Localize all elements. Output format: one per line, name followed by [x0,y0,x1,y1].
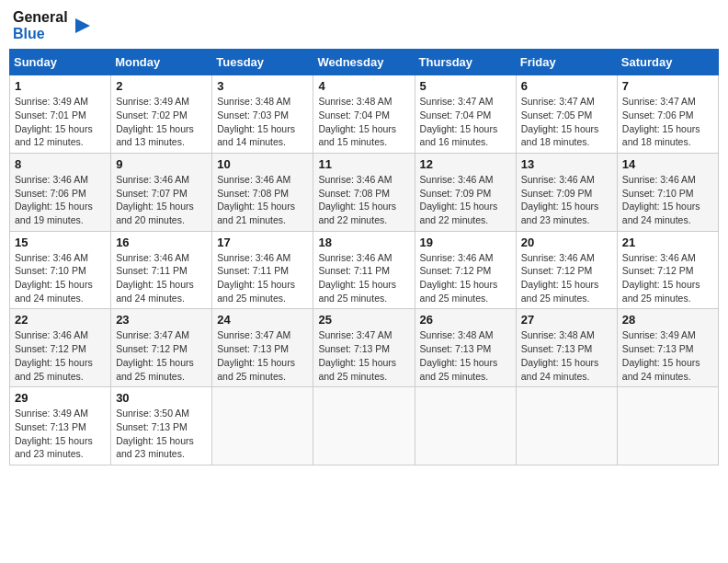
day-number: 6 [521,79,612,93]
day-number: 23 [116,313,207,327]
day-info: Sunrise: 3:48 AM Sunset: 7:03 PM Dayligh… [217,95,308,149]
day-info: Sunrise: 3:47 AM Sunset: 7:13 PM Dayligh… [318,328,409,383]
day-number: 9 [116,157,207,171]
day-number: 27 [521,313,612,327]
calendar-body: 1 Sunrise: 3:49 AM Sunset: 7:01 PM Dayli… [10,75,719,465]
day-number: 12 [420,157,511,171]
col-thursday: Thursday [415,50,516,75]
calendar-cell: 8 Sunrise: 3:46 AM Sunset: 7:06 PM Dayli… [10,153,111,231]
day-number: 5 [420,79,511,93]
day-number: 29 [15,391,106,405]
day-info: Sunrise: 3:46 AM Sunset: 7:10 PM Dayligh… [15,251,106,305]
svg-marker-0 [75,18,90,33]
calendar-cell: 26 Sunrise: 3:48 AM Sunset: 7:13 PM Dayl… [415,309,516,387]
calendar-cell: 16 Sunrise: 3:46 AM Sunset: 7:11 PM Dayl… [111,231,212,309]
calendar-cell: 23 Sunrise: 3:47 AM Sunset: 7:12 PM Dayl… [111,309,212,387]
day-number: 1 [15,79,106,93]
day-info: Sunrise: 3:48 AM Sunset: 7:13 PM Dayligh… [420,328,511,383]
day-number: 2 [116,79,207,93]
calendar-cell: 22 Sunrise: 3:46 AM Sunset: 7:12 PM Dayl… [10,309,111,387]
day-info: Sunrise: 3:46 AM Sunset: 7:11 PM Dayligh… [318,251,409,305]
day-info: Sunrise: 3:46 AM Sunset: 7:12 PM Dayligh… [622,251,713,305]
calendar-cell [617,387,718,465]
day-number: 19 [420,236,511,249]
day-number: 18 [318,236,409,249]
day-info: Sunrise: 3:49 AM Sunset: 7:13 PM Dayligh… [15,407,106,461]
day-info: Sunrise: 3:46 AM Sunset: 7:11 PM Dayligh… [116,251,207,305]
calendar-cell: 18 Sunrise: 3:46 AM Sunset: 7:11 PM Dayl… [313,231,415,309]
calendar-cell: 17 Sunrise: 3:46 AM Sunset: 7:11 PM Dayl… [212,231,313,309]
day-info: Sunrise: 3:47 AM Sunset: 7:13 PM Dayligh… [217,328,308,383]
day-info: Sunrise: 3:47 AM Sunset: 7:12 PM Dayligh… [116,328,207,383]
day-info: Sunrise: 3:46 AM Sunset: 7:11 PM Dayligh… [217,251,308,305]
day-number: 22 [15,313,106,327]
day-number: 14 [622,157,713,171]
calendar-cell: 15 Sunrise: 3:46 AM Sunset: 7:10 PM Dayl… [10,231,111,309]
day-number: 30 [116,391,207,405]
day-info: Sunrise: 3:46 AM Sunset: 7:08 PM Dayligh… [217,173,308,227]
day-number: 28 [622,313,713,327]
day-info: Sunrise: 3:47 AM Sunset: 7:05 PM Dayligh… [521,95,612,149]
day-info: Sunrise: 3:46 AM Sunset: 7:06 PM Dayligh… [15,173,106,227]
day-number: 8 [15,157,106,171]
calendar-cell: 12 Sunrise: 3:46 AM Sunset: 7:09 PM Dayl… [415,153,516,231]
calendar-cell [516,387,617,465]
calendar-cell [415,387,516,465]
calendar-cell: 21 Sunrise: 3:46 AM Sunset: 7:12 PM Dayl… [617,231,718,309]
calendar-table: Sunday Monday Tuesday Wednesday Thursday… [9,49,719,465]
calendar-cell: 13 Sunrise: 3:46 AM Sunset: 7:09 PM Dayl… [516,153,617,231]
day-info: Sunrise: 3:46 AM Sunset: 7:12 PM Dayligh… [420,251,511,305]
day-info: Sunrise: 3:49 AM Sunset: 7:01 PM Dayligh… [15,95,106,149]
calendar-row: 22 Sunrise: 3:46 AM Sunset: 7:12 PM Dayl… [10,309,719,387]
header-row: Sunday Monday Tuesday Wednesday Thursday… [10,50,719,75]
day-info: Sunrise: 3:47 AM Sunset: 7:06 PM Dayligh… [622,95,713,149]
calendar-cell: 9 Sunrise: 3:46 AM Sunset: 7:07 PM Dayli… [111,153,212,231]
calendar-cell: 19 Sunrise: 3:46 AM Sunset: 7:12 PM Dayl… [415,231,516,309]
day-info: Sunrise: 3:47 AM Sunset: 7:04 PM Dayligh… [420,95,511,149]
day-number: 4 [318,79,409,93]
logo: General Blue [13,9,94,41]
day-number: 13 [521,157,612,171]
col-sunday: Sunday [10,50,111,75]
day-info: Sunrise: 3:49 AM Sunset: 7:02 PM Dayligh… [116,95,207,149]
calendar-cell: 30 Sunrise: 3:50 AM Sunset: 7:13 PM Dayl… [111,387,212,465]
day-number: 11 [318,157,409,171]
calendar-row: 15 Sunrise: 3:46 AM Sunset: 7:10 PM Dayl… [10,231,719,309]
calendar-cell: 10 Sunrise: 3:46 AM Sunset: 7:08 PM Dayl… [212,153,313,231]
calendar-cell [212,387,313,465]
day-number: 24 [217,313,308,327]
logo-line1: General [13,9,68,26]
day-info: Sunrise: 3:46 AM Sunset: 7:09 PM Dayligh… [420,173,511,227]
col-saturday: Saturday [617,50,718,75]
col-friday: Friday [516,50,617,75]
calendar-cell: 29 Sunrise: 3:49 AM Sunset: 7:13 PM Dayl… [10,387,111,465]
day-info: Sunrise: 3:46 AM Sunset: 7:08 PM Dayligh… [318,173,409,227]
calendar-cell: 6 Sunrise: 3:47 AM Sunset: 7:05 PM Dayli… [516,75,617,154]
day-info: Sunrise: 3:46 AM Sunset: 7:12 PM Dayligh… [521,251,612,305]
day-info: Sunrise: 3:49 AM Sunset: 7:13 PM Dayligh… [622,328,713,383]
day-number: 15 [15,236,106,249]
col-tuesday: Tuesday [212,50,313,75]
calendar-cell: 25 Sunrise: 3:47 AM Sunset: 7:13 PM Dayl… [313,309,415,387]
day-number: 17 [217,236,308,249]
logo-graphic: General Blue [13,9,68,41]
calendar-cell: 24 Sunrise: 3:47 AM Sunset: 7:13 PM Dayl… [212,309,313,387]
calendar-cell: 7 Sunrise: 3:47 AM Sunset: 7:06 PM Dayli… [617,75,718,154]
day-number: 21 [622,236,713,249]
day-number: 16 [116,236,207,249]
calendar-cell: 27 Sunrise: 3:48 AM Sunset: 7:13 PM Dayl… [516,309,617,387]
day-info: Sunrise: 3:46 AM Sunset: 7:12 PM Dayligh… [15,328,106,383]
calendar-cell: 28 Sunrise: 3:49 AM Sunset: 7:13 PM Dayl… [617,309,718,387]
day-number: 10 [217,157,308,171]
day-number: 26 [420,313,511,327]
calendar-cell: 2 Sunrise: 3:49 AM Sunset: 7:02 PM Dayli… [111,75,212,154]
calendar-cell: 20 Sunrise: 3:46 AM Sunset: 7:12 PM Dayl… [516,231,617,309]
calendar-cell: 4 Sunrise: 3:48 AM Sunset: 7:04 PM Dayli… [313,75,415,154]
logo-arrow-icon [72,15,94,37]
day-info: Sunrise: 3:46 AM Sunset: 7:10 PM Dayligh… [622,173,713,227]
day-info: Sunrise: 3:48 AM Sunset: 7:04 PM Dayligh… [318,95,409,149]
day-info: Sunrise: 3:50 AM Sunset: 7:13 PM Dayligh… [116,407,207,461]
calendar-row: 8 Sunrise: 3:46 AM Sunset: 7:06 PM Dayli… [10,153,719,231]
day-info: Sunrise: 3:46 AM Sunset: 7:07 PM Dayligh… [116,173,207,227]
calendar-cell: 11 Sunrise: 3:46 AM Sunset: 7:08 PM Dayl… [313,153,415,231]
